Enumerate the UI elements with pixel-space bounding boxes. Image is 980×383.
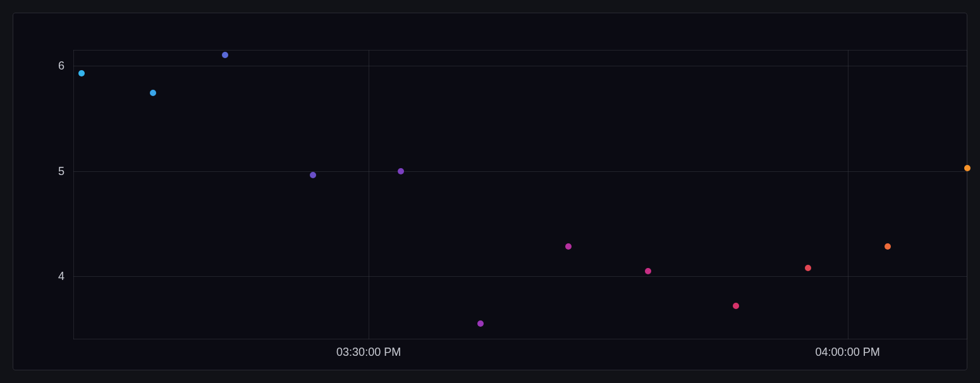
data-point[interactable] bbox=[398, 168, 404, 174]
data-point[interactable] bbox=[310, 172, 316, 178]
gridline-y bbox=[73, 276, 967, 277]
plot-border-left bbox=[73, 50, 74, 339]
data-point[interactable] bbox=[885, 243, 891, 250]
gridline-x bbox=[848, 50, 848, 339]
y-tick-label: 4 bbox=[58, 270, 64, 283]
data-point[interactable] bbox=[733, 303, 739, 309]
x-tick-label: 03:30:00 PM bbox=[336, 346, 401, 359]
plot-border-right bbox=[967, 50, 967, 339]
data-point[interactable] bbox=[964, 165, 971, 171]
plot-border-bottom bbox=[73, 339, 967, 339]
data-point[interactable] bbox=[477, 320, 484, 327]
data-point[interactable] bbox=[565, 243, 572, 250]
data-point[interactable] bbox=[222, 52, 228, 58]
data-point[interactable] bbox=[805, 265, 811, 271]
gridline-y bbox=[73, 171, 967, 172]
gridline-y bbox=[73, 66, 967, 66]
y-tick-label: 6 bbox=[58, 59, 64, 72]
x-tick-label: 04:00:00 PM bbox=[816, 346, 880, 359]
gridline-x bbox=[369, 50, 369, 339]
data-point[interactable] bbox=[645, 268, 651, 274]
chart-panel: 45603:30:00 PM04:00:00 PM bbox=[13, 13, 967, 370]
data-point[interactable] bbox=[78, 70, 85, 76]
plot-border-top bbox=[73, 50, 967, 51]
plot-area[interactable]: 45603:30:00 PM04:00:00 PM bbox=[73, 50, 967, 339]
y-tick-label: 5 bbox=[58, 164, 64, 178]
data-point[interactable] bbox=[150, 90, 156, 96]
